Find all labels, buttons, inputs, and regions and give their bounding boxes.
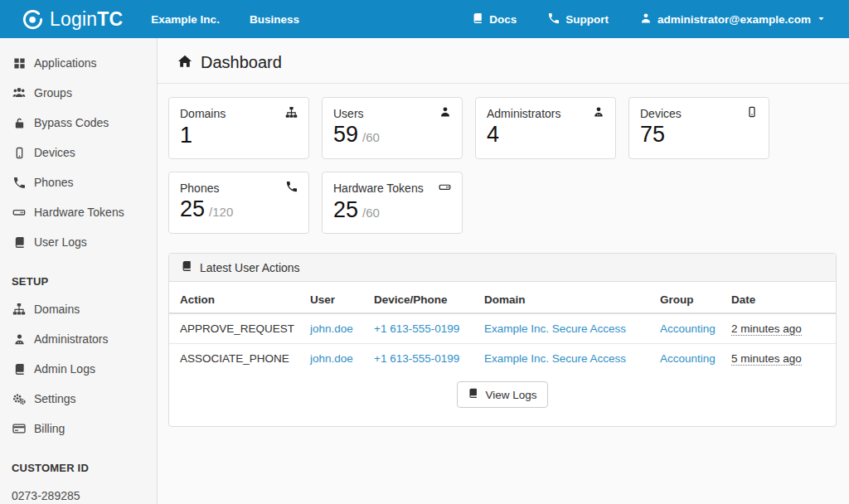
user-actions-table: Action User Device/Phone Domain Group Da… — [169, 282, 836, 373]
col-group: Group — [653, 282, 725, 313]
user-icon — [439, 106, 451, 120]
hdd-icon — [439, 181, 451, 196]
mobile-icon — [746, 106, 758, 120]
topnav-left: Example Inc. Business — [139, 2, 311, 36]
sidebar-item-groups[interactable]: Groups — [0, 78, 157, 108]
account-email: administrator@example.com — [657, 13, 811, 26]
brand-text: LoginTC — [50, 8, 123, 31]
users-icon — [12, 86, 27, 99]
table-row: APPROVE_REQUEST john.doe +1 613-555-0199… — [169, 313, 836, 344]
gears-icon — [12, 392, 27, 405]
admin-user-icon — [593, 106, 604, 120]
unlock-icon — [12, 117, 27, 129]
date-link[interactable]: 5 minutes ago — [731, 352, 802, 366]
book-icon — [468, 388, 478, 401]
device-phone-link[interactable]: +1 613-555-0199 — [374, 322, 459, 335]
sidebar-item-admin-logs[interactable]: Admin Logs — [0, 354, 157, 384]
topbar: LoginTC Example Inc. Business Docs Suppo… — [0, 0, 849, 38]
panel-title: Latest User Actions — [200, 261, 300, 274]
table-row: ASSOCIATE_PHONE john.doe +1 613-555-0199… — [169, 344, 836, 374]
stat-card-users: Users 59 /60 — [322, 97, 463, 159]
view-logs-button[interactable]: View Logs — [457, 381, 547, 408]
page-title: Dashboard — [201, 53, 282, 72]
grid-icon — [12, 57, 27, 70]
setup-header: SETUP — [0, 275, 157, 288]
sidebar-item-phones[interactable]: Phones — [0, 167, 157, 197]
domain-link[interactable]: Example Inc. Secure Access — [484, 352, 626, 365]
phone-icon — [286, 181, 298, 195]
account-menu[interactable]: administrator@example.com — [628, 2, 837, 37]
cell-action: ASSOCIATE_PHONE — [169, 344, 303, 374]
customer-id-value: 0273-289285 — [0, 481, 157, 504]
logintc-spiral-icon — [22, 8, 44, 31]
book-icon — [12, 236, 27, 249]
sidebar-item-devices[interactable]: Devices — [0, 138, 157, 167]
logo[interactable]: LoginTC — [0, 8, 139, 31]
col-date: Date — [725, 282, 836, 313]
book-icon — [472, 12, 483, 27]
admin-user-icon — [12, 333, 27, 346]
sidebar-item-settings[interactable]: Settings — [0, 384, 157, 414]
phone-icon — [548, 12, 560, 27]
latest-user-actions-panel: Latest User Actions Action User Device/P… — [168, 253, 837, 427]
sidebar-item-domains[interactable]: Domains — [0, 294, 157, 324]
panel-heading: Latest User Actions — [169, 254, 836, 282]
stat-card-devices: Devices 75 — [628, 97, 769, 159]
page-header: Dashboard — [158, 38, 849, 84]
stat-card-domains: Domains 1 — [168, 97, 309, 159]
app-root: LoginTC Example Inc. Business Docs Suppo… — [0, 0, 849, 504]
group-link[interactable]: Accounting — [660, 352, 716, 365]
phone-icon — [12, 177, 27, 189]
customer-id-header: CUSTOMER ID — [0, 462, 157, 474]
support-link[interactable]: Support — [536, 2, 620, 37]
topnav-example-inc[interactable]: Example Inc. — [139, 2, 231, 36]
col-action: Action — [169, 282, 303, 313]
panel-actions: View Logs — [169, 373, 836, 426]
sidebar-item-billing[interactable]: Billing — [0, 414, 157, 443]
user-link[interactable]: john.doe — [310, 352, 353, 365]
credit-card-icon — [12, 422, 27, 435]
stat-card-administrators: Administrators 4 — [475, 97, 616, 159]
sidebar-item-administrators[interactable]: Administrators — [0, 324, 157, 354]
sitemap-icon — [12, 303, 27, 316]
col-user: User — [303, 282, 367, 313]
sidebar-item-hardware-tokens[interactable]: Hardware Tokens — [0, 197, 157, 227]
sidebar-item-applications[interactable]: Applications — [0, 48, 157, 78]
col-device-phone: Device/Phone — [367, 282, 478, 313]
home-icon — [177, 54, 192, 71]
sidebar-item-user-logs[interactable]: User Logs — [0, 227, 157, 257]
sidebar: Applications Groups Bypass Codes Devices… — [0, 38, 158, 504]
stat-card-phones: Phones 25 /120 — [168, 172, 309, 234]
caret-down-icon — [817, 13, 826, 26]
topnav-right: Docs Support administrator@example.com — [460, 2, 849, 37]
col-domain: Domain — [478, 282, 653, 313]
sidebar-item-bypass-codes[interactable]: Bypass Codes — [0, 108, 157, 138]
device-phone-link[interactable]: +1 613-555-0199 — [374, 352, 459, 365]
user-icon — [640, 12, 652, 27]
user-link[interactable]: john.doe — [310, 322, 353, 335]
mobile-icon — [12, 147, 27, 159]
docs-link[interactable]: Docs — [460, 2, 528, 37]
cell-action: APPROVE_REQUEST — [169, 313, 303, 344]
book-icon — [12, 363, 27, 376]
book-icon — [181, 260, 192, 274]
topnav-business[interactable]: Business — [238, 2, 311, 36]
group-link[interactable]: Accounting — [660, 322, 716, 335]
hdd-icon — [12, 206, 27, 219]
table-header-row: Action User Device/Phone Domain Group Da… — [169, 282, 836, 313]
date-link[interactable]: 2 minutes ago — [731, 322, 802, 336]
domain-link[interactable]: Example Inc. Secure Access — [484, 322, 626, 335]
stat-cards: Domains 1 Users 59 — [158, 84, 788, 234]
sitemap-icon — [285, 106, 298, 121]
main-content: Dashboard Domains 1 Users — [158, 38, 849, 504]
stat-card-hardware-tokens: Hardware Tokens 25 /60 — [322, 172, 463, 234]
